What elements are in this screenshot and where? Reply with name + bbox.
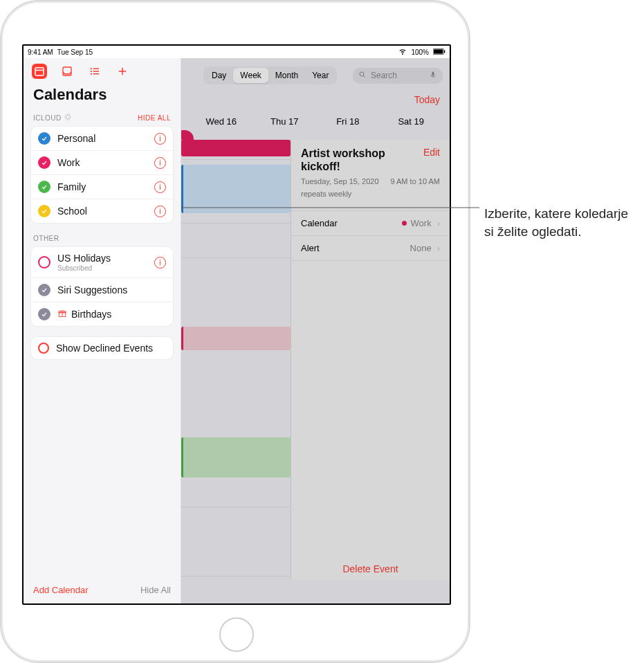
svg-rect-1 xyxy=(434,49,443,53)
day-headers: Wed 16 Thu 17 Fri 18 Sat 19 xyxy=(190,116,443,127)
svg-rect-5 xyxy=(432,71,434,75)
calendar-row-family[interactable]: Family i xyxy=(31,175,173,199)
calendar-label: Siri Suggestions xyxy=(57,284,166,296)
checkbox-checked-icon[interactable] xyxy=(38,181,50,193)
svg-point-9 xyxy=(91,71,92,72)
list-icon[interactable] xyxy=(87,64,102,79)
ipad-frame: 9:41 AM Tue Sep 15 100% Day Week Month xyxy=(0,0,470,663)
show-declined-events-row[interactable]: Show Declined Events xyxy=(31,337,173,359)
day-timeline[interactable] xyxy=(181,140,291,580)
search-placeholder: Search xyxy=(371,71,397,80)
segment-month[interactable]: Month xyxy=(268,68,305,83)
svg-rect-2 xyxy=(444,50,445,53)
calendar-label: Work xyxy=(57,157,147,168)
info-icon[interactable]: i xyxy=(154,157,166,169)
segment-week[interactable]: Week xyxy=(233,68,268,83)
segment-day[interactable]: Day xyxy=(205,68,233,83)
other-label: OTHER xyxy=(33,235,59,242)
battery-text: 100% xyxy=(411,48,429,56)
search-icon xyxy=(358,71,367,81)
status-date: Tue Sep 15 xyxy=(57,48,93,56)
event-block-pink-light[interactable] xyxy=(181,327,291,350)
search-field[interactable]: Search xyxy=(353,68,443,84)
svg-line-20 xyxy=(66,115,66,116)
view-segmented-control[interactable]: Day Week Month Year xyxy=(203,66,337,84)
info-icon[interactable]: i xyxy=(154,257,166,269)
other-calendar-list: US Holidays Subscribed i Siri Suggestion… xyxy=(30,246,174,327)
event-block-green[interactable] xyxy=(181,437,291,478)
calendar-label: School xyxy=(57,206,147,217)
info-icon[interactable]: i xyxy=(154,181,166,193)
checkbox-checked-icon[interactable] xyxy=(38,284,50,296)
day-header-thu[interactable]: Thu 17 xyxy=(253,116,317,127)
event-time: 9 AM to 10 AM xyxy=(390,177,440,185)
hide-all-button[interactable]: Hide All xyxy=(140,585,171,595)
svg-rect-6 xyxy=(35,68,44,75)
status-time: 9:41 AM xyxy=(28,48,53,56)
alert-value: None xyxy=(410,243,432,253)
calendar-label: Birthdays xyxy=(71,309,166,320)
checkbox-checked-icon[interactable] xyxy=(38,132,50,145)
other-section-header: OTHER xyxy=(24,233,181,246)
calendar-row-personal[interactable]: Personal i xyxy=(31,127,173,151)
calendar-view-icon[interactable] xyxy=(32,64,47,79)
calendar-row-school[interactable]: School i xyxy=(31,199,173,223)
mic-icon[interactable] xyxy=(429,71,437,81)
svg-line-4 xyxy=(364,75,366,78)
day-header-sat[interactable]: Sat 19 xyxy=(380,116,443,127)
sidebar-footer: Add Calendar Hide All xyxy=(24,578,181,603)
svg-point-8 xyxy=(91,68,92,69)
day-header-wed[interactable]: Wed 16 xyxy=(190,116,253,127)
icloud-section-header: ICLOUD HIDE ALL xyxy=(24,112,181,126)
calendar-row-us-holidays[interactable]: US Holidays Subscribed i xyxy=(31,247,173,278)
chevron-right-icon: › xyxy=(437,243,440,253)
svg-line-22 xyxy=(66,118,66,119)
checkbox-checked-icon[interactable] xyxy=(38,156,50,169)
calendar-row-siri[interactable]: Siri Suggestions xyxy=(31,278,173,302)
add-icon[interactable] xyxy=(115,64,130,79)
calendar-label: Family xyxy=(57,181,147,192)
checkbox-checked-icon[interactable] xyxy=(38,308,50,320)
battery-icon xyxy=(433,48,445,56)
checkbox-checked-icon[interactable] xyxy=(38,205,50,217)
segment-year[interactable]: Year xyxy=(305,68,335,83)
hide-all-icloud-button[interactable]: HIDE ALL xyxy=(138,114,171,122)
icloud-label: ICLOUD xyxy=(33,114,62,122)
alert-label: Alert xyxy=(301,243,320,253)
sync-spinner-icon xyxy=(64,113,71,122)
svg-line-23 xyxy=(68,115,69,116)
event-calendar-row[interactable]: Calendar Work› xyxy=(291,211,450,236)
info-icon[interactable]: i xyxy=(154,206,166,217)
svg-line-21 xyxy=(68,118,69,119)
today-button[interactable]: Today xyxy=(414,94,440,105)
event-date: Tuesday, Sep 15, 2020 xyxy=(301,177,379,185)
home-button[interactable] xyxy=(219,617,254,652)
add-calendar-button[interactable]: Add Calendar xyxy=(33,585,89,595)
inbox-icon[interactable] xyxy=(59,64,75,79)
event-block-blue[interactable] xyxy=(181,165,291,213)
declined-events-list: Show Declined Events xyxy=(30,336,174,360)
svg-point-3 xyxy=(360,72,364,76)
gift-icon xyxy=(57,309,67,320)
calendar-row-work[interactable]: Work i xyxy=(31,151,173,175)
status-bar: 9:41 AM Tue Sep 15 100% xyxy=(24,46,450,58)
calendar-label: Personal xyxy=(57,133,147,144)
svg-point-10 xyxy=(91,73,92,75)
event-repeat: repeats weekly xyxy=(301,190,351,198)
sidebar-title: Calendars xyxy=(24,82,181,112)
screen: 9:41 AM Tue Sep 15 100% Day Week Month xyxy=(22,44,451,605)
chevron-right-icon: › xyxy=(437,218,440,228)
delete-event-button[interactable]: Delete Event xyxy=(291,563,450,574)
checkbox-unchecked-icon[interactable] xyxy=(38,343,49,354)
day-header-fri[interactable]: Fri 18 xyxy=(316,116,380,127)
checkbox-unchecked-icon[interactable] xyxy=(38,256,50,269)
calendar-row-birthdays[interactable]: Birthdays xyxy=(31,302,173,326)
event-title: Artist workshop kickoff! xyxy=(301,147,440,173)
callout-text: Izberite, katere koledarje si želite ogl… xyxy=(484,205,629,240)
event-alert-row[interactable]: Alert None› xyxy=(291,236,450,261)
event-block-pink[interactable] xyxy=(181,140,291,156)
edit-event-button[interactable]: Edit xyxy=(423,147,440,158)
calendar-value: Work xyxy=(411,218,432,228)
calendar-label: US Holidays Subscribed xyxy=(57,253,147,272)
info-icon[interactable]: i xyxy=(154,133,166,145)
